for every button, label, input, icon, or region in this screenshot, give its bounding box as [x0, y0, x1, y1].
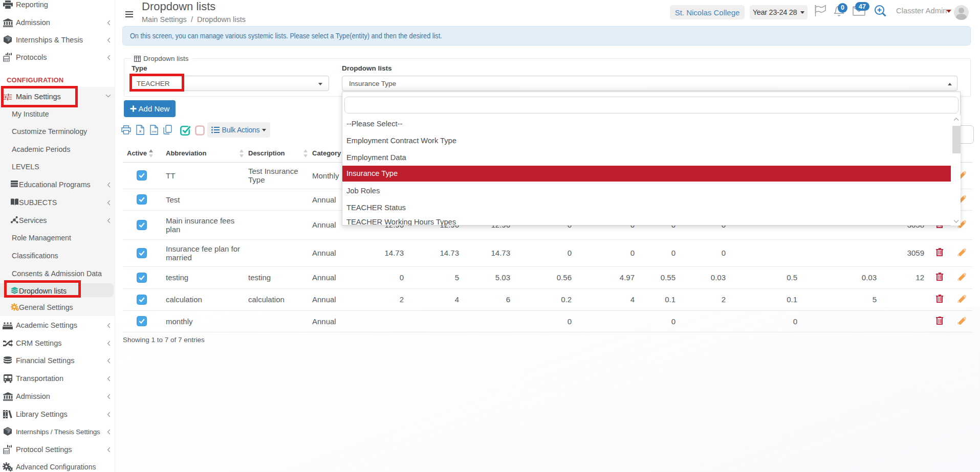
svg-text:x: x — [139, 129, 142, 133]
svg-text:csv: csv — [151, 130, 157, 133]
